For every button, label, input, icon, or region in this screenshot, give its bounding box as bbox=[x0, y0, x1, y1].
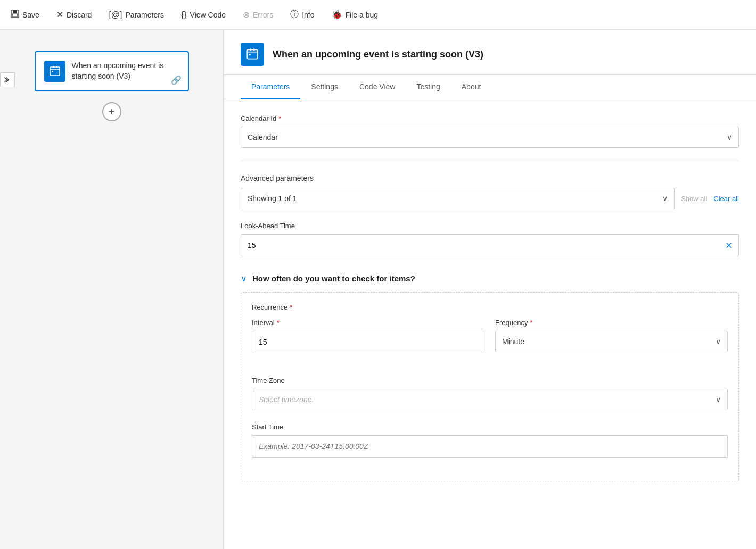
frequency-value: Minute bbox=[502, 337, 524, 346]
tab-parameters[interactable]: Parameters bbox=[241, 75, 300, 99]
start-time-input[interactable] bbox=[252, 436, 727, 457]
info-icon: ⓘ bbox=[290, 9, 299, 20]
svg-rect-7 bbox=[247, 49, 258, 59]
svg-rect-3 bbox=[50, 67, 60, 76]
clear-look-ahead-button[interactable] bbox=[719, 241, 738, 249]
required-star: * bbox=[278, 114, 281, 122]
tabs-nav: Parameters Settings Code View Testing Ab… bbox=[224, 75, 756, 99]
timezone-chevron-icon: ∨ bbox=[716, 395, 721, 404]
calendar-id-select[interactable]: Calendar ∨ bbox=[241, 127, 739, 148]
plus-icon: + bbox=[109, 106, 115, 118]
flow-card-icon bbox=[44, 61, 65, 82]
interval-required-star: * bbox=[277, 319, 280, 327]
header-calendar-icon bbox=[245, 47, 259, 61]
parameters-icon: [@] bbox=[109, 10, 122, 20]
svg-rect-4 bbox=[53, 66, 54, 68]
discard-label: Discard bbox=[67, 11, 92, 19]
interval-frequency-row: Interval * Frequency * bbox=[252, 319, 728, 366]
right-panel-header: When an upcoming event is starting soon … bbox=[224, 30, 756, 75]
tab-code-view[interactable]: Code View bbox=[349, 75, 406, 99]
interval-label: Interval * bbox=[252, 319, 484, 327]
tab-testing[interactable]: Testing bbox=[406, 75, 450, 99]
divider bbox=[241, 161, 739, 161]
save-icon bbox=[11, 10, 19, 20]
start-time-input-wrapper bbox=[252, 435, 728, 457]
interval-input[interactable] bbox=[252, 331, 484, 353]
svg-rect-2 bbox=[12, 14, 18, 17]
advanced-params-header: Advanced parameters bbox=[241, 174, 739, 182]
svg-rect-10 bbox=[249, 54, 251, 55]
add-step-button[interactable]: + bbox=[102, 102, 121, 121]
svg-rect-9 bbox=[253, 48, 254, 51]
recurrence-title: How often do you want to check for items… bbox=[252, 274, 415, 283]
interval-field-group: Interval * bbox=[252, 319, 484, 353]
start-time-field-group: Start Time bbox=[252, 423, 728, 457]
parameters-label: Parameters bbox=[126, 11, 164, 19]
look-ahead-field-group: Look-Ahead Time bbox=[241, 222, 739, 256]
show-all-button[interactable]: Show all bbox=[681, 195, 707, 203]
recurrence-body: Recurrence * Interval * bbox=[241, 292, 739, 481]
timezone-label: Time Zone bbox=[252, 377, 728, 385]
header-title: When an upcoming event is starting soon … bbox=[273, 49, 483, 60]
start-time-label: Start Time bbox=[252, 423, 728, 431]
svg-rect-6 bbox=[52, 71, 53, 72]
errors-button[interactable]: ⊗ Errors bbox=[241, 6, 275, 23]
panel-content: Calendar Id * Calendar ∨ Advanced parame… bbox=[224, 99, 756, 496]
frequency-select[interactable]: Minute ∨ bbox=[495, 331, 728, 352]
advanced-params-group: Advanced parameters Showing 1 of 1 ∨ Sho… bbox=[241, 174, 739, 209]
header-icon bbox=[241, 43, 264, 66]
file-bug-label: File a bug bbox=[346, 11, 378, 19]
timezone-field-group: Time Zone Select timezone. ∨ bbox=[252, 377, 728, 410]
timezone-select[interactable]: Select timezone. ∨ bbox=[252, 389, 728, 410]
calendar-id-label: Calendar Id * bbox=[241, 114, 739, 122]
parameters-button[interactable]: [@] Parameters bbox=[106, 7, 166, 23]
svg-rect-8 bbox=[250, 48, 251, 51]
discard-button[interactable]: ✕ Discard bbox=[54, 6, 94, 23]
expand-panel-button[interactable] bbox=[0, 72, 15, 87]
tab-settings[interactable]: Settings bbox=[300, 75, 349, 99]
errors-icon: ⊗ bbox=[243, 10, 250, 20]
view-code-icon: {} bbox=[181, 10, 187, 20]
showing-chevron-icon: ∨ bbox=[662, 194, 668, 203]
interval-input-wrapper bbox=[252, 331, 484, 353]
look-ahead-input-wrapper bbox=[241, 234, 739, 256]
save-button[interactable]: Save bbox=[9, 6, 42, 23]
frequency-field-group: Frequency * Minute ∨ bbox=[495, 319, 728, 353]
errors-label: Errors bbox=[253, 11, 273, 19]
info-button[interactable]: ⓘ Info bbox=[288, 6, 316, 23]
close-icon bbox=[725, 241, 733, 249]
advanced-params-row: Showing 1 of 1 ∨ Show all Clear all bbox=[241, 188, 739, 209]
chevron-right-icon bbox=[4, 76, 11, 84]
timezone-placeholder: Select timezone. bbox=[259, 395, 314, 404]
recurrence-required-star: * bbox=[290, 303, 292, 311]
file-bug-button[interactable]: 🐞 File a bug bbox=[330, 6, 380, 23]
clear-all-button[interactable]: Clear all bbox=[713, 195, 739, 203]
recurrence-section: ∨ How often do you want to check for ite… bbox=[241, 269, 739, 481]
calendar-id-value: Calendar bbox=[248, 133, 278, 142]
right-panel: When an upcoming event is starting soon … bbox=[224, 30, 756, 549]
save-label: Save bbox=[22, 11, 39, 19]
left-panel: When an upcoming event is starting soon … bbox=[0, 30, 224, 549]
toolbar: Save ✕ Discard [@] Parameters {} View Co… bbox=[0, 0, 756, 30]
showing-label: Showing 1 of 1 bbox=[248, 194, 297, 203]
recurrence-header[interactable]: ∨ How often do you want to check for ite… bbox=[241, 269, 739, 288]
view-code-button[interactable]: {} View Code bbox=[179, 7, 228, 23]
tab-about[interactable]: About bbox=[451, 75, 492, 99]
frequency-required-star: * bbox=[530, 319, 532, 327]
link-icon: 🔗 bbox=[171, 75, 182, 85]
view-code-label: View Code bbox=[190, 11, 226, 19]
discard-icon: ✕ bbox=[56, 10, 63, 20]
calendar-icon bbox=[48, 65, 61, 78]
bug-icon: 🐞 bbox=[332, 10, 342, 20]
chevron-down-icon: ∨ bbox=[727, 133, 732, 142]
info-label: Info bbox=[302, 11, 314, 19]
svg-rect-5 bbox=[56, 66, 57, 68]
main-layout: When an upcoming event is starting soon … bbox=[0, 30, 756, 549]
collapse-chevron-icon: ∨ bbox=[241, 273, 247, 284]
svg-rect-1 bbox=[13, 10, 17, 13]
flow-card-text: When an upcoming event is starting soon … bbox=[72, 61, 179, 81]
look-ahead-input[interactable] bbox=[241, 235, 719, 256]
showing-select[interactable]: Showing 1 of 1 ∨ bbox=[241, 188, 675, 209]
frequency-label: Frequency * bbox=[495, 319, 728, 327]
flow-card[interactable]: When an upcoming event is starting soon … bbox=[35, 51, 189, 91]
